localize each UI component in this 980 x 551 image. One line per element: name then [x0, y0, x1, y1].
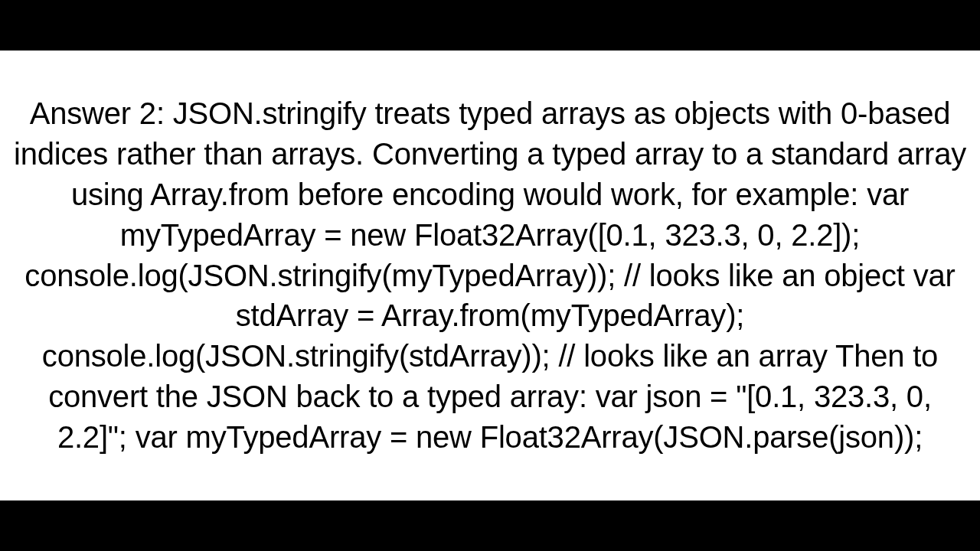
answer-text: Answer 2: JSON.stringify treats typed ar… — [12, 93, 968, 457]
letterbox-bottom — [0, 500, 980, 551]
content-area: Answer 2: JSON.stringify treats typed ar… — [0, 51, 980, 500]
letterbox-top — [0, 0, 980, 51]
